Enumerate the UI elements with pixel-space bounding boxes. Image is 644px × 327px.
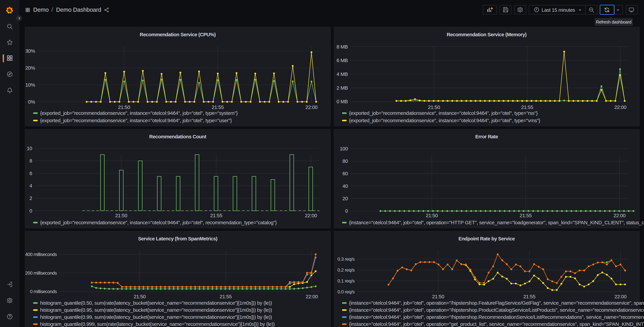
svg-text:21:50: 21:50: [426, 213, 438, 218]
svg-text:0: 0: [345, 208, 348, 214]
svg-text:22:00: 22:00: [306, 294, 318, 299]
svg-text:{exported_job="recommendations: {exported_job="recommendationservice", i…: [40, 110, 238, 116]
svg-text:6: 6: [30, 170, 32, 176]
svg-text:21:50: 21:50: [134, 294, 146, 299]
svg-text:0: 0: [30, 208, 32, 214]
svg-text:8 MB: 8 MB: [336, 44, 348, 50]
svg-text:21:50: 21:50: [428, 104, 440, 110]
svg-text:21:55: 21:55: [212, 104, 224, 110]
svg-text:21:55: 21:55: [523, 294, 536, 299]
svg-text:{instance="otelcol:9464", job=: {instance="otelcol:9464", job="otel", op…: [349, 314, 644, 320]
svg-text:0.3 req/s: 0.3 req/s: [338, 256, 354, 262]
svg-text:200 milliseconds: 200 milliseconds: [25, 270, 57, 276]
svg-text:21:55: 21:55: [220, 294, 232, 299]
svg-text:2 MB: 2 MB: [336, 85, 348, 91]
svg-text:22:00: 22:00: [305, 213, 317, 218]
svg-text:21:50: 21:50: [432, 294, 444, 299]
svg-text:10%: 10%: [25, 82, 35, 88]
svg-text:10: 10: [27, 146, 32, 151]
svg-text:40: 40: [342, 183, 348, 189]
svg-text:0.1 req/s: 0.1 req/s: [338, 278, 354, 284]
svg-text:22:00: 22:00: [614, 213, 626, 218]
svg-text:20: 20: [342, 196, 348, 201]
svg-text:21:50: 21:50: [118, 104, 130, 110]
svg-text:4: 4: [30, 183, 32, 188]
svg-text:8: 8: [30, 158, 32, 164]
svg-text:2: 2: [30, 196, 32, 201]
svg-text:0%: 0%: [28, 99, 35, 104]
svg-text:histogram_quantile(0.95, sum(r: histogram_quantile(0.95, sum(rate(latenc…: [40, 307, 272, 313]
svg-text:0 milliseconds: 0 milliseconds: [30, 289, 57, 294]
svg-text:22:00: 22:00: [614, 294, 626, 299]
svg-text:{exported_job="recommendations: {exported_job="recommendationservice", i…: [349, 110, 538, 116]
svg-text:21:55: 21:55: [521, 104, 533, 110]
svg-text:0.0 req/s: 0.0 req/s: [338, 289, 354, 294]
svg-text:100: 100: [340, 146, 348, 152]
svg-text:histogram_quantile(0.50, sum(r: histogram_quantile(0.50, sum(rate(latenc…: [40, 300, 272, 306]
svg-text:0.2 req/s: 0.2 req/s: [338, 268, 354, 272]
svg-text:histogram_quantile(0.99, sum(r: histogram_quantile(0.99, sum(rate(latenc…: [40, 314, 272, 320]
svg-text:80: 80: [342, 158, 348, 164]
svg-text:{instance="otelcol:9464", job=: {instance="otelcol:9464", job="otel", op…: [349, 307, 644, 313]
svg-text:21:55: 21:55: [520, 213, 532, 218]
svg-text:{instance="otelcol:9464", job=: {instance="otelcol:9464", job="otel", op…: [349, 220, 644, 225]
svg-text:{instance="otelcol:9464", job=: {instance="otelcol:9464", job="otel", op…: [349, 321, 644, 327]
svg-text:{exported_job="recommendations: {exported_job="recommendationservice", i…: [349, 118, 540, 123]
svg-text:22:00: 22:00: [614, 104, 626, 110]
svg-text:30%: 30%: [25, 48, 35, 54]
svg-text:4 MB: 4 MB: [336, 71, 348, 77]
svg-text:6 MB: 6 MB: [336, 58, 348, 63]
svg-text:400 milliseconds: 400 milliseconds: [25, 252, 57, 257]
svg-text:{instance="otelcol:9464", job=: {instance="otelcol:9464", job="otel", op…: [349, 300, 644, 306]
svg-text:21:55: 21:55: [210, 213, 222, 218]
svg-text:0 MB: 0 MB: [336, 99, 348, 104]
svg-text:histogram_quantile(0.999, sum(: histogram_quantile(0.999, sum(rate(laten…: [40, 321, 275, 327]
svg-text:20%: 20%: [25, 65, 35, 71]
svg-text:60: 60: [342, 171, 348, 176]
svg-text:{exported_job="recommendations: {exported_job="recommendationservice", i…: [40, 118, 232, 123]
svg-text:22:00: 22:00: [306, 104, 318, 110]
svg-text:21:50: 21:50: [115, 213, 127, 218]
svg-text:{exported_job="recommendations: {exported_job="recommendationservice", i…: [40, 220, 277, 225]
